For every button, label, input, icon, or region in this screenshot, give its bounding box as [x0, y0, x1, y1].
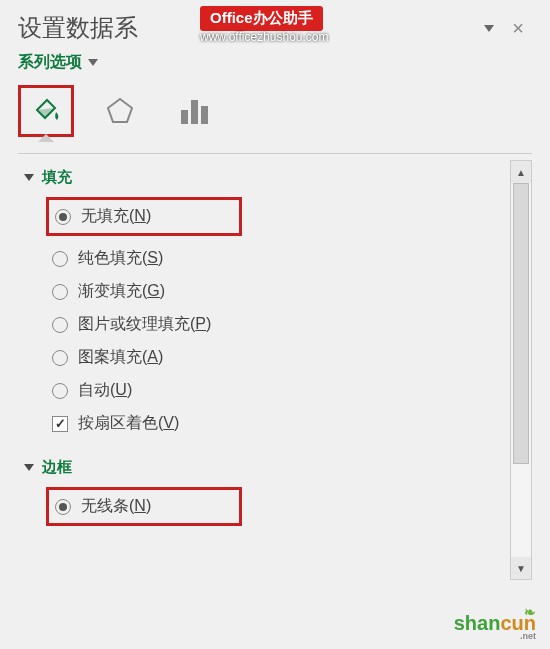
scroll-down-button[interactable]: ▼	[511, 557, 531, 579]
tab-fill[interactable]	[18, 85, 74, 137]
fill-option-none[interactable]: 无填充(N)	[46, 197, 242, 236]
leaf-icon: ❧	[524, 604, 536, 620]
section-border-header[interactable]: 边框	[24, 458, 502, 477]
radio-icon	[52, 251, 68, 267]
svg-rect-1	[181, 110, 188, 124]
header-controls: ×	[480, 13, 532, 44]
divider	[18, 153, 532, 154]
series-options-label: 系列选项	[18, 52, 82, 73]
chevron-down-icon[interactable]	[484, 25, 494, 32]
collapse-triangle-icon	[24, 174, 34, 181]
watermark-bottom: ❧ shancun .net	[454, 612, 536, 641]
paint-bucket-icon	[29, 94, 63, 128]
radio-icon	[55, 499, 71, 515]
radio-icon	[55, 209, 71, 225]
series-options-dropdown[interactable]: 系列选项	[18, 52, 98, 73]
option-label: 按扇区着色(V)	[78, 413, 179, 434]
fill-vary-by-slice[interactable]: 按扇区着色(V)	[18, 407, 502, 440]
option-label: 纯色填充(S)	[78, 248, 163, 269]
radio-icon	[52, 383, 68, 399]
format-data-series-pane: 设置数据系 × 系列选项	[0, 0, 550, 649]
tab-effects[interactable]	[92, 85, 148, 137]
watermark-badge: Office办公助手	[200, 6, 323, 31]
collapse-triangle-icon	[24, 464, 34, 471]
option-label: 无线条(N)	[81, 496, 151, 517]
radio-icon	[52, 284, 68, 300]
option-label: 无填充(N)	[81, 206, 151, 227]
checkbox-icon	[52, 416, 68, 432]
scroll-thumb[interactable]	[513, 183, 529, 464]
svg-marker-0	[108, 99, 132, 122]
fill-option-solid[interactable]: 纯色填充(S)	[18, 242, 502, 275]
fill-option-gradient[interactable]: 渐变填充(G)	[18, 275, 502, 308]
tab-size[interactable]	[166, 85, 222, 137]
icon-tabs	[18, 85, 532, 137]
content-area: 填充 无填充(N) 纯色填充(S) 渐变填充(G) 图片或纹理填充(P) 图案填…	[18, 160, 532, 580]
fill-option-auto[interactable]: 自动(U)	[18, 374, 502, 407]
option-label: 自动(U)	[78, 380, 132, 401]
radio-icon	[52, 317, 68, 333]
svg-rect-3	[201, 106, 208, 124]
svg-rect-2	[191, 100, 198, 124]
option-label: 图片或纹理填充(P)	[78, 314, 211, 335]
scroll-content: 填充 无填充(N) 纯色填充(S) 渐变填充(G) 图片或纹理填充(P) 图案填…	[18, 160, 510, 580]
scroll-track[interactable]	[511, 183, 531, 557]
scroll-up-button[interactable]: ▲	[511, 161, 531, 183]
chevron-down-icon	[88, 59, 98, 66]
option-label: 图案填充(A)	[78, 347, 163, 368]
close-button[interactable]: ×	[504, 13, 532, 44]
watermark-url: www.officezhushou.com	[200, 30, 329, 44]
radio-icon	[52, 350, 68, 366]
bar-chart-icon	[177, 96, 211, 126]
fill-option-pattern[interactable]: 图案填充(A)	[18, 341, 502, 374]
pane-title: 设置数据系	[18, 12, 138, 44]
scrollbar[interactable]: ▲ ▼	[510, 160, 532, 580]
section-fill-header[interactable]: 填充	[24, 168, 502, 187]
section-fill-title: 填充	[42, 168, 72, 187]
option-label: 渐变填充(G)	[78, 281, 165, 302]
section-border-title: 边框	[42, 458, 72, 477]
border-option-none[interactable]: 无线条(N)	[46, 487, 242, 526]
fill-option-picture[interactable]: 图片或纹理填充(P)	[18, 308, 502, 341]
pentagon-icon	[103, 94, 137, 128]
